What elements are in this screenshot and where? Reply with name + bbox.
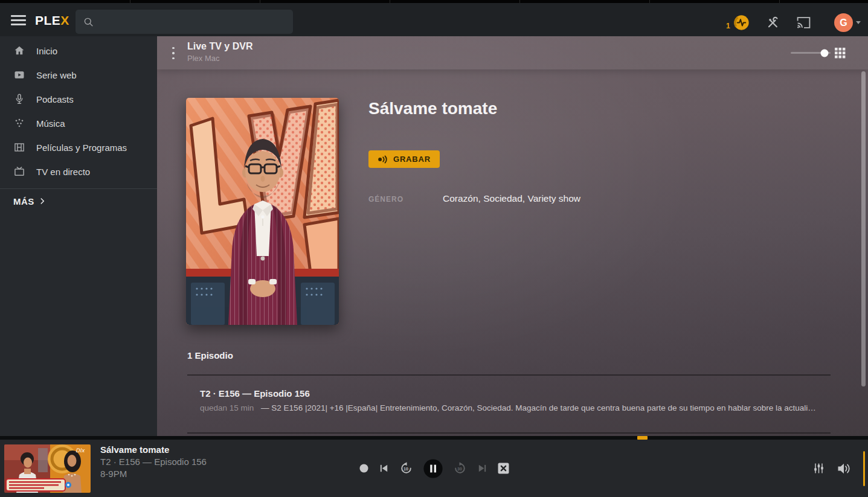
- rewind-10-icon[interactable]: 10: [399, 461, 413, 475]
- show-title: Sálvame tomate: [368, 99, 497, 118]
- sidebar: Inicio Serie web Podcasts Música: [0, 36, 157, 436]
- cast-icon[interactable]: [796, 16, 811, 29]
- plex-logo[interactable]: PLEX: [35, 13, 69, 28]
- size-slider[interactable]: [791, 52, 831, 54]
- menu-icon[interactable]: [11, 15, 26, 25]
- now-playing-episode: T2 · E156 — Episodio 156: [100, 456, 207, 468]
- record-button-label: GRABAR: [393, 155, 431, 164]
- server-name: Plex Mac: [187, 54, 219, 63]
- web-series-icon: [13, 69, 25, 81]
- sidebar-item-tv-directo[interactable]: TV en directo: [0, 159, 157, 184]
- sidebar-item-label: Serie web: [36, 70, 77, 80]
- volume-slider[interactable]: [863, 451, 865, 486]
- episode-count-heading: 1 Episodio: [187, 350, 233, 361]
- volume-icon[interactable]: [837, 463, 852, 475]
- svg-text:Dlx: Dlx: [76, 447, 85, 454]
- sidebar-item-inicio[interactable]: Inicio: [0, 39, 157, 63]
- sidebar-item-label: Podcasts: [36, 94, 74, 104]
- forward-30-icon[interactable]: 30: [453, 461, 467, 475]
- svg-text:10: 10: [403, 467, 408, 472]
- main-content: Live TV y DVR Plex Mac: [157, 36, 868, 436]
- grid-view-icon[interactable]: [835, 48, 846, 59]
- now-playing-thumbnail[interactable]: Dlx: [4, 444, 91, 493]
- stop-icon[interactable]: [498, 463, 509, 474]
- tools-icon[interactable]: [766, 16, 780, 30]
- pause-icon[interactable]: [423, 459, 443, 478]
- divider: [187, 374, 831, 376]
- episode-row[interactable]: T2 · E156 — Episodio 156 quedan 15 min —…: [187, 380, 831, 432]
- sidebar-item-serie-web[interactable]: Serie web: [0, 63, 157, 87]
- episode-title[interactable]: T2 · E156 — Episodio 156: [200, 388, 310, 399]
- top-bar: PLEX 1 G: [0, 3, 868, 36]
- genre-row: GÉNERO Corazón, Sociedad, Variety show: [368, 193, 580, 204]
- avatar[interactable]: G: [834, 13, 853, 32]
- sidebar-item-peliculas[interactable]: Películas y Programas: [0, 135, 157, 159]
- library-title: Live TV y DVR: [187, 41, 252, 52]
- player-controls: 10 30: [359, 440, 509, 497]
- episode-meta: — S2 E156 |2021| +16 |España| Entretenim…: [261, 403, 816, 412]
- record-icon: [378, 155, 388, 164]
- sidebar-item-musica[interactable]: Música: [0, 111, 157, 135]
- sidebar-item-label: Música: [36, 118, 65, 129]
- show-poster[interactable]: [186, 98, 339, 325]
- previous-icon[interactable]: [379, 463, 389, 473]
- size-slider-handle[interactable]: [821, 49, 829, 57]
- record-toggle-icon[interactable]: [359, 464, 368, 473]
- kebab-menu-icon[interactable]: [170, 45, 176, 61]
- chevron-right-icon: [38, 197, 47, 205]
- episode-description: quedan 15 min — S2 E156 |2021| +16 |Espa…: [200, 403, 816, 412]
- record-button[interactable]: GRABAR: [368, 150, 440, 168]
- activity-icon[interactable]: [733, 14, 750, 31]
- player-right-controls: [813, 440, 852, 497]
- activity-count-badge: 1: [726, 22, 730, 30]
- now-playing-time: 8-9PM: [100, 468, 207, 480]
- sidebar-item-podcasts[interactable]: Podcasts: [0, 87, 157, 111]
- svg-text:30: 30: [457, 467, 462, 472]
- sidebar-item-label: Películas y Programas: [36, 143, 127, 153]
- sidebar-more-button[interactable]: MÁS: [0, 189, 157, 213]
- equalizer-settings-icon[interactable]: [813, 463, 825, 474]
- tv-icon: [13, 165, 25, 178]
- now-playing-info: Sálvame tomate T2 · E156 — Episodio 156 …: [100, 444, 207, 480]
- sidebar-item-label: TV en directo: [36, 167, 90, 177]
- film-icon: [13, 141, 25, 153]
- search-input[interactable]: [99, 16, 286, 27]
- music-icon: [13, 117, 25, 129]
- sidebar-item-label: Inicio: [36, 46, 57, 56]
- player-bar: Dlx Sálvame tomate T2 · E156 — Episodio …: [0, 440, 868, 497]
- genre-value[interactable]: Corazón, Sociedad, Variety show: [443, 193, 580, 204]
- divider: [187, 432, 831, 434]
- avatar-caret-icon[interactable]: [856, 21, 861, 24]
- content-scrollbar[interactable]: [861, 71, 866, 386]
- search-icon: [83, 16, 94, 28]
- now-playing-title[interactable]: Sálvame tomate: [100, 444, 207, 456]
- home-icon: [13, 45, 25, 57]
- episode-time-remaining: quedan 15 min: [200, 403, 254, 412]
- next-icon[interactable]: [477, 463, 487, 473]
- content-header: Live TV y DVR Plex Mac: [157, 36, 868, 69]
- microphone-icon: [13, 93, 25, 105]
- genre-label: GÉNERO: [368, 195, 443, 204]
- search-box[interactable]: [76, 10, 293, 34]
